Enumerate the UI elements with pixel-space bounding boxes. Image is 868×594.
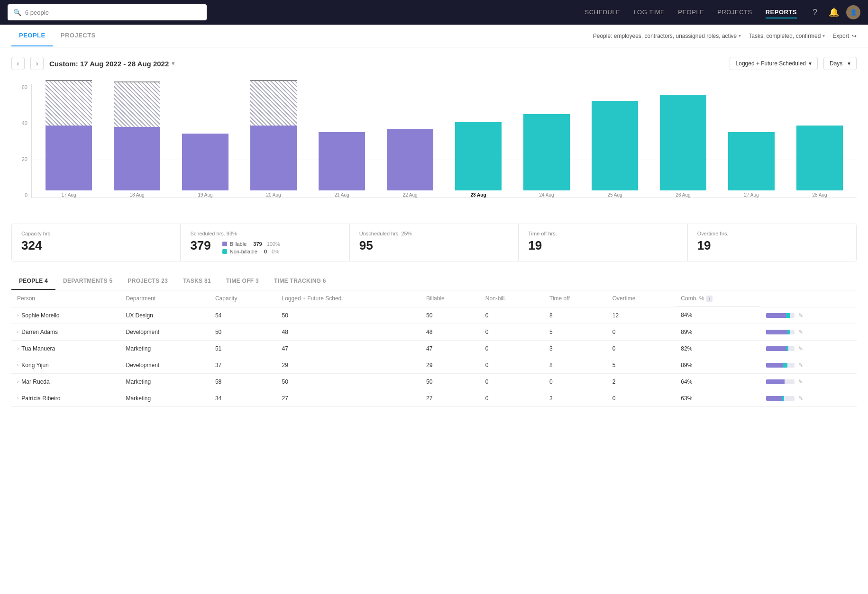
table-body: › Sophie Morello UX Design 54 50 50 0 8 …: [11, 307, 857, 406]
bar-column: 18 Aug: [104, 84, 170, 198]
expand-icon[interactable]: ›: [17, 329, 18, 334]
cell-capacity: 51: [210, 340, 276, 357]
nav-schedule[interactable]: SCHEDULE: [585, 7, 621, 18]
nonbillable-pct: 0%: [272, 249, 279, 254]
bar-solid: [592, 101, 638, 190]
expand-icon[interactable]: ›: [17, 379, 18, 384]
cell-overtime: 12: [607, 307, 676, 324]
comb-sort-icon[interactable]: ↕: [706, 296, 713, 302]
date-range-selector[interactable]: Custom: 17 Aug 2022 - 28 Aug 2022 ▾: [49, 60, 174, 68]
next-date-btn[interactable]: ›: [30, 57, 44, 70]
table-row: › Sophie Morello UX Design 54 50 50 0 8 …: [11, 307, 857, 324]
expand-icon[interactable]: ›: [17, 313, 18, 318]
cell-logged: 47: [276, 340, 421, 357]
stat-scheduled: Scheduled hrs. 93% 379 Billable 379 100%…: [181, 224, 349, 261]
col-timeoff: Time off: [544, 290, 607, 307]
person-name: Kong Yijun: [21, 362, 48, 369]
y-label-0: 0: [16, 192, 30, 198]
bar-solid: [455, 122, 502, 190]
cell-capacity: 50: [210, 324, 276, 340]
cell-person: › Patrícia Ribeiro: [11, 390, 120, 406]
nav-people[interactable]: PEOPLE: [678, 7, 704, 18]
nav-links: SCHEDULE LOG TIME PEOPLE PROJECTS REPORT…: [585, 7, 797, 18]
export-label: Export: [832, 33, 849, 39]
search-input[interactable]: [25, 9, 201, 16]
prev-date-btn[interactable]: ‹: [11, 57, 25, 70]
cell-logged: 50: [276, 307, 421, 324]
main-content: ‹ › Custom: 17 Aug 2022 - 28 Aug 2022 ▾ …: [0, 47, 868, 594]
timeoff-label: Time off hrs.: [528, 231, 677, 236]
expand-icon[interactable]: ›: [17, 346, 18, 351]
edit-icon[interactable]: ✎: [798, 362, 803, 369]
cell-overtime: 5: [607, 357, 676, 373]
cell-bar: ✎: [760, 390, 857, 406]
bar-solid: [46, 126, 92, 190]
bell-icon[interactable]: 🔔: [827, 6, 841, 19]
person-name: Sophie Morello: [21, 312, 59, 319]
people-filter-btn[interactable]: People: employees, contractors, unassign…: [593, 33, 741, 39]
table-row: › Mar Rueda Marketing 58 50 50 0 0 2 64%…: [11, 373, 857, 390]
stat-timeoff: Time off hrs. 19: [519, 224, 687, 261]
capacity-label: Capacity hrs.: [21, 231, 171, 236]
cell-capacity: 58: [210, 373, 276, 390]
bar-hatch: [250, 80, 297, 126]
edit-icon[interactable]: ✎: [798, 329, 803, 335]
cell-person: › Darren Adams: [11, 324, 120, 340]
cell-comb: 64%: [675, 373, 760, 390]
nonbillable-label: Non-billable: [230, 249, 257, 254]
tasks-filter-chevron: ▾: [822, 33, 825, 38]
logged-future-dropdown[interactable]: Logged + Future Scheduled ▾: [730, 57, 818, 70]
filters-bar: People: employees, contractors, unassign…: [593, 33, 857, 39]
expand-icon[interactable]: ›: [17, 396, 18, 401]
stat-unscheduled: Unscheduled hrs. 25% 95: [350, 224, 519, 261]
billable-legend: Billable 379 100%: [222, 241, 280, 247]
mini-bar-purple: [766, 313, 786, 318]
data-tab[interactable]: TASKS 81: [175, 273, 219, 290]
data-tab[interactable]: TIME TRACKING 6: [266, 273, 334, 290]
cell-billable: 48: [420, 324, 480, 340]
expand-icon[interactable]: ›: [17, 362, 18, 368]
logged-future-chevron: ▾: [809, 60, 812, 67]
mini-bar-purple: [766, 396, 782, 401]
col-department: Department: [120, 290, 210, 307]
edit-icon[interactable]: ✎: [798, 395, 803, 402]
search-box[interactable]: 🔍: [8, 4, 207, 20]
tab-people[interactable]: PEOPLE: [11, 25, 53, 46]
bar-date-label: 28 Aug: [812, 192, 827, 198]
cell-timeoff: 5: [544, 324, 607, 340]
tab-projects[interactable]: PROJECTS: [53, 25, 103, 46]
chart-area: 0 20 40 60 17 Aug18 Aug19 Aug20 Aug21 Au…: [11, 80, 857, 212]
help-icon[interactable]: ?: [808, 6, 822, 19]
edit-icon[interactable]: ✎: [798, 312, 803, 319]
bar-column: 26 Aug: [650, 84, 716, 198]
cell-person: › Mar Rueda: [11, 373, 120, 390]
cell-nonbill: 0: [480, 340, 544, 357]
data-tab[interactable]: PEOPLE 4: [11, 273, 55, 290]
edit-icon[interactable]: ✎: [798, 378, 803, 385]
cell-timeoff: 3: [544, 390, 607, 406]
data-tab[interactable]: DEPARTMENTS 5: [55, 273, 120, 290]
nav-projects[interactable]: PROJECTS: [717, 7, 752, 18]
export-button[interactable]: Export ↪: [832, 33, 857, 39]
edit-icon[interactable]: ✎: [798, 345, 803, 352]
nav-log-time[interactable]: LOG TIME: [633, 7, 665, 18]
mini-bar-purple: [766, 346, 786, 351]
mini-bar-purple: [766, 363, 783, 368]
avatar[interactable]: 👤: [846, 5, 860, 19]
mini-bar-remaining: [787, 363, 795, 368]
cell-comb: 82%: [675, 340, 760, 357]
bar-column: 22 Aug: [377, 84, 443, 198]
timeoff-value: 19: [528, 238, 677, 253]
data-tab[interactable]: TIME OFF 3: [219, 273, 266, 290]
unit-dropdown[interactable]: Days ▾: [823, 57, 857, 70]
tasks-filter-btn[interactable]: Tasks: completed, confirmed ▾: [749, 33, 825, 39]
date-range-chevron: ▾: [172, 60, 174, 67]
cell-dept: Marketing: [120, 340, 210, 357]
cell-logged: 29: [276, 357, 421, 373]
data-tab[interactable]: PROJECTS 23: [120, 273, 175, 290]
cell-bar: ✎: [760, 307, 857, 324]
col-bar: [760, 290, 857, 307]
people-filter-label: People: employees, contractors, unassign…: [593, 33, 737, 39]
nav-reports[interactable]: REPORTS: [766, 7, 797, 18]
bar-column: 21 Aug: [309, 84, 375, 198]
